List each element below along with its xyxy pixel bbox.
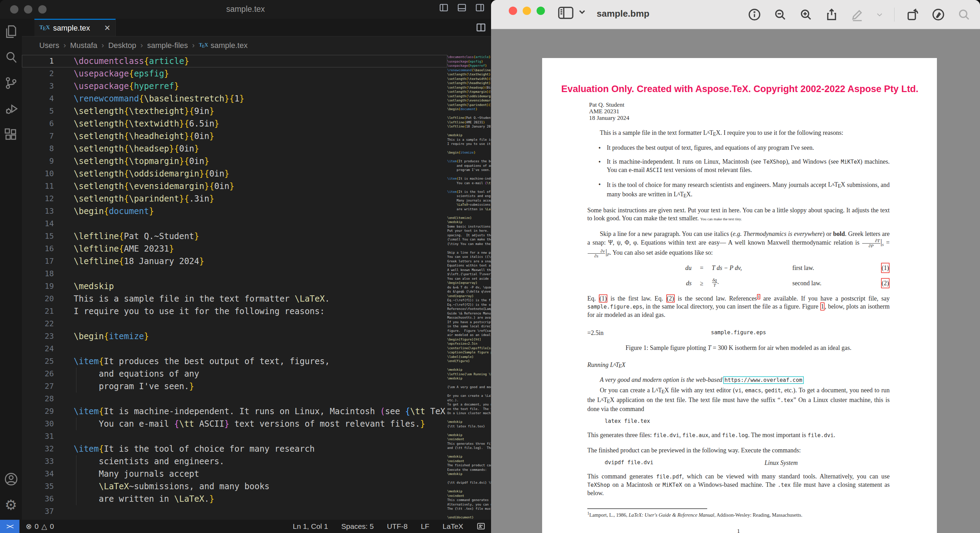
- code-line[interactable]: 25\item{It produces the best output of t…: [22, 355, 491, 368]
- equation-block: du=T ds − P dv,first law.(1)ds≥δqT.secon…: [587, 263, 889, 288]
- code-line[interactable]: 13\begin{document}: [22, 205, 491, 218]
- code-line[interactable]: 19\medskip: [22, 280, 491, 293]
- figure-placeholder: =2.5insample.figure.eps: [587, 329, 889, 337]
- bullet-list: It produces the best output of text, fig…: [587, 144, 889, 199]
- code-editor[interactable]: 1\documentclass{article}2\usepackage{eps…: [22, 55, 491, 520]
- code-line[interactable]: 12\setlength{\parindent}{.3in}: [22, 193, 491, 205]
- code-line[interactable]: 7\setlength{\headheight}{0in}: [22, 130, 491, 142]
- code-line[interactable]: 10\setlength{\oddsidemargin}{0in}: [22, 167, 491, 180]
- settings-gear-icon[interactable]: ⚙: [0, 492, 22, 518]
- toggle-sidebar-icon[interactable]: [439, 3, 449, 14]
- toolbar-divider: [894, 8, 894, 22]
- close-tab-icon[interactable]: ✕: [104, 24, 110, 33]
- code-line[interactable]: 2\usepackage{epsfig}: [22, 67, 491, 80]
- explorer-icon[interactable]: [0, 19, 22, 45]
- source-control-icon[interactable]: [0, 70, 22, 96]
- code-line[interactable]: 31: [22, 430, 491, 443]
- sidebar-toggle-button[interactable]: [558, 6, 585, 19]
- code-line[interactable]: 1\documentclass{article}: [22, 55, 491, 67]
- code-line[interactable]: 11\setlength{\evensidemargin}{0in}: [22, 180, 491, 193]
- warning-icon: △: [41, 522, 47, 531]
- code-line[interactable]: 37: [22, 505, 491, 518]
- code-line[interactable]: 30 You can e-mail {\tt ASCII} text versi…: [22, 418, 491, 430]
- zoom-window-button[interactable]: [536, 6, 545, 15]
- status-bar: >< ⊗ 0 △ 0 Ln 1, Col 1Spaces: 5UTF-8LFLa…: [0, 520, 491, 533]
- code-line[interactable]: 22: [22, 318, 491, 330]
- code-line[interactable]: 4\renewcommand{\baselinestretch}{1}: [22, 92, 491, 105]
- code-line[interactable]: 14: [22, 218, 491, 230]
- code-line[interactable]: 9\setlength{\topmargin}{0in}: [22, 155, 491, 167]
- footnote: 1Lamport, L., 1986, LaTeX: User's Guide …: [587, 508, 889, 518]
- status-item[interactable]: LF: [421, 522, 430, 531]
- code-line[interactable]: 6\setlength{\textwidth}{6.5in}: [22, 118, 491, 130]
- status-item[interactable]: Spaces: 5: [341, 522, 374, 531]
- code-line[interactable]: 20This is a sample file in the text form…: [22, 293, 491, 305]
- run-debug-icon[interactable]: [0, 96, 22, 122]
- code-line[interactable]: 17\leftline{18 January 2024}: [22, 255, 491, 267]
- highlight-pen-icon[interactable]: [931, 7, 946, 22]
- extensions-icon[interactable]: [0, 122, 22, 147]
- preview-window: sample.bmp Evaluation Only. Created with…: [491, 0, 980, 533]
- info-icon[interactable]: [747, 7, 762, 22]
- toggle-secondary-sidebar-icon[interactable]: [475, 3, 485, 14]
- breadcrumb-item[interactable]: Mustafa: [70, 41, 97, 50]
- code-line[interactable]: 27 program I've seen.}: [22, 380, 491, 393]
- accounts-icon[interactable]: [0, 466, 22, 492]
- sidebar-chevron-icon[interactable]: [579, 10, 585, 16]
- minimize-window-button[interactable]: [523, 6, 531, 15]
- status-item[interactable]: Ln 1, Col 1: [293, 522, 328, 531]
- rotate-icon[interactable]: [905, 7, 920, 22]
- code-line[interactable]: 34 Many journals accept: [22, 468, 491, 480]
- code-line[interactable]: 18: [22, 267, 491, 280]
- error-icon: ⊗: [26, 522, 32, 531]
- share-icon[interactable]: [824, 7, 839, 22]
- tab-sample-tex[interactable]: TEX sample.tex ✕: [34, 19, 116, 36]
- close-window-button[interactable]: [509, 6, 517, 15]
- code-line[interactable]: 8\setlength{\headsep}{0in}: [22, 142, 491, 155]
- code-line[interactable]: 16\leftline{AME 20231}: [22, 242, 491, 255]
- status-item[interactable]: UTF-8: [387, 522, 408, 531]
- status-item[interactable]: LaTeX: [442, 522, 463, 531]
- minimap[interactable]: \documentclass{article}\usepackage{epsfi…: [447, 55, 491, 520]
- code-line[interactable]: 28: [22, 393, 491, 405]
- command-line: latex file.tex: [587, 418, 889, 424]
- breadcrumb-item[interactable]: Users: [39, 41, 59, 50]
- zoom-in-icon[interactable]: [798, 7, 813, 22]
- code-line[interactable]: 24: [22, 343, 491, 355]
- search-icon[interactable]: [0, 45, 22, 70]
- code-line[interactable]: 3\usepackage{hyperref}: [22, 80, 491, 92]
- code-line[interactable]: 23\begin{itemize}: [22, 330, 491, 343]
- tab-label: sample.tex: [53, 24, 90, 33]
- paragraph: Eq. (1) is the first law. Eq. (2) is the…: [587, 294, 889, 319]
- paragraph: Some basic instructions are given next. …: [587, 206, 889, 223]
- code-line[interactable]: 33 scientists and engineers.: [22, 455, 491, 468]
- problems-indicator[interactable]: ⊗ 0 △ 0: [26, 522, 54, 531]
- code-line[interactable]: 32\item{It is the tool of choice for man…: [22, 443, 491, 455]
- split-editor-icon[interactable]: [476, 22, 486, 34]
- list-item: It is machine-independent. It runs on Li…: [598, 158, 889, 174]
- preview-content[interactable]: Evaluation Only. Created with Aspose.TeX…: [491, 29, 980, 533]
- section-heading: Running LATEX: [587, 361, 889, 369]
- zoom-out-icon[interactable]: [773, 7, 788, 22]
- tab-bar: TEX sample.tex ✕: [22, 19, 491, 37]
- vscode-titlebar[interactable]: sample.tex: [0, 0, 491, 19]
- code-line[interactable]: 35 \LaTeX~submissions, and many books: [22, 480, 491, 493]
- markup-chevron-icon[interactable]: [875, 7, 884, 22]
- paragraph: Skip a line for a new paragraph. You can…: [587, 230, 889, 258]
- breadcrumb-item[interactable]: sample-files: [147, 41, 188, 50]
- code-line[interactable]: 5\setlength{\textheight}{9in}: [22, 105, 491, 118]
- code-line[interactable]: 26 and equations of any: [22, 368, 491, 380]
- breadcrumb-item[interactable]: Desktop: [108, 41, 136, 50]
- code-line[interactable]: 21I require you to use it for the follow…: [22, 305, 491, 318]
- code-line[interactable]: 29\item{It is machine-independent. It ru…: [22, 405, 491, 418]
- breadcrumb-item[interactable]: TEXsample.tex: [199, 41, 247, 50]
- preview-toolbar[interactable]: sample.bmp: [491, 0, 980, 29]
- code-line[interactable]: 15\leftline{Pat Q.~Student}: [22, 230, 491, 242]
- toggle-panel-icon[interactable]: [457, 3, 467, 14]
- remote-indicator[interactable]: ><: [0, 520, 19, 533]
- code-line[interactable]: 36 are written in \LaTeX.}: [22, 493, 491, 505]
- search-icon[interactable]: [956, 7, 972, 22]
- footnote-rule: [587, 508, 707, 509]
- feedback-icon[interactable]: [476, 522, 485, 531]
- markup-pencil-icon[interactable]: [850, 7, 865, 22]
